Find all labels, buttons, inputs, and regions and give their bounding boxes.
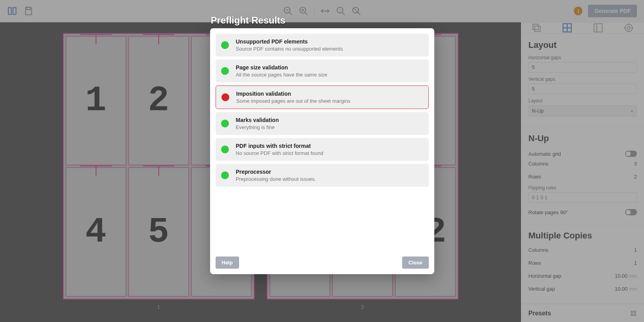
- help-button[interactable]: Help: [216, 257, 239, 269]
- modal-title: Preflight Results: [210, 15, 434, 26]
- status-ok-icon: [221, 120, 229, 127]
- result-subtitle: All the source pages have the same size: [236, 72, 327, 78]
- modal-overlay[interactable]: Preflight Results Unsupported PDF elemen…: [0, 0, 644, 322]
- close-button[interactable]: Close: [402, 257, 428, 269]
- result-title: Page size validation: [236, 64, 327, 71]
- result-subtitle: Source PDF contains no unsupported eleme…: [236, 46, 343, 52]
- modal-spacer: [216, 193, 429, 252]
- result-title: Marks validation: [236, 117, 279, 123]
- preflight-result-row[interactable]: PreprocessorPreprocessing done without i…: [216, 164, 429, 187]
- result-subtitle: Everything is fine: [236, 124, 279, 130]
- result-title: PDF inputs with strict format: [236, 143, 323, 149]
- status-ok-icon: [221, 146, 229, 153]
- result-title: Imposition validation: [236, 91, 350, 97]
- status-error-icon: [221, 93, 229, 101]
- preflight-modal: Unsupported PDF elementsSource PDF conta…: [210, 28, 434, 274]
- results-list: Unsupported PDF elementsSource PDF conta…: [216, 34, 429, 190]
- result-title: Preprocessor: [236, 169, 316, 175]
- result-subtitle: Preprocessing done without issues.: [236, 176, 316, 182]
- preflight-result-row[interactable]: Page size validationAll the source pages…: [216, 60, 429, 82]
- result-title: Unsupported PDF elements: [236, 38, 343, 45]
- preflight-result-row[interactable]: Unsupported PDF elementsSource PDF conta…: [216, 34, 429, 56]
- status-ok-icon: [221, 171, 229, 179]
- status-ok-icon: [221, 67, 229, 75]
- preflight-result-row[interactable]: Imposition validationSome imposed pages …: [216, 86, 429, 109]
- result-subtitle: No source PDF with strict format found: [236, 150, 323, 156]
- preflight-result-row[interactable]: PDF inputs with strict formatNo source P…: [216, 138, 429, 161]
- result-subtitle: Some imposed pages are out of the sheet …: [236, 98, 350, 104]
- preflight-result-row[interactable]: Marks validationEverything is fine: [216, 112, 429, 135]
- status-ok-icon: [221, 41, 229, 49]
